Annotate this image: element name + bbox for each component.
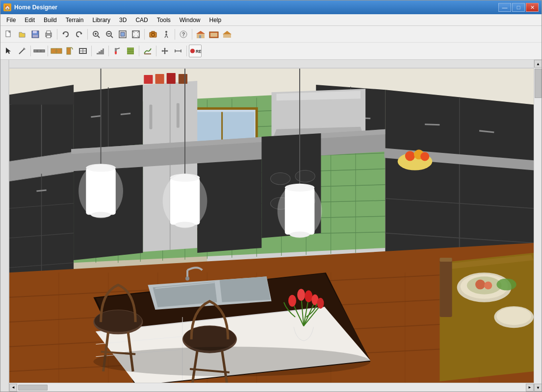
menu-library[interactable]: Library bbox=[88, 16, 114, 24]
svg-line-15 bbox=[111, 36, 113, 38]
toolbar-1: ? bbox=[0, 26, 542, 43]
svg-rect-37 bbox=[223, 34, 231, 38]
house-view-button[interactable] bbox=[194, 28, 207, 41]
svg-point-203 bbox=[163, 174, 207, 228]
separator-1 bbox=[57, 29, 57, 40]
menu-help[interactable]: Help bbox=[205, 16, 225, 24]
help-button[interactable]: ? bbox=[177, 28, 190, 41]
left-ruler bbox=[0, 60, 9, 392]
separator-11 bbox=[156, 46, 156, 56]
svg-rect-48 bbox=[67, 48, 71, 54]
zoom-fit-button[interactable] bbox=[129, 28, 142, 41]
draw-tool[interactable] bbox=[16, 45, 28, 57]
print-button[interactable] bbox=[42, 28, 55, 41]
window-title: Home Designer bbox=[14, 4, 495, 11]
texture-tool[interactable] bbox=[124, 45, 137, 57]
scroll-thumb[interactable] bbox=[18, 385, 48, 391]
vertical-scroll-track[interactable] bbox=[534, 68, 542, 384]
undo-button[interactable] bbox=[59, 28, 72, 41]
scroll-down-button[interactable]: ▼ bbox=[534, 384, 542, 392]
horizontal-scrollbar[interactable]: ◄ ► bbox=[9, 383, 534, 392]
cabinet-tool[interactable] bbox=[50, 45, 63, 57]
svg-rect-25 bbox=[152, 31, 155, 33]
record-button[interactable]: REC bbox=[189, 45, 202, 57]
svg-point-66 bbox=[190, 49, 195, 53]
separator-4 bbox=[175, 29, 175, 40]
vertical-scroll-thumb[interactable] bbox=[535, 69, 542, 98]
vertical-scrollbar[interactable]: ▲ ▼ bbox=[534, 60, 542, 392]
toolbar-area: ? bbox=[0, 26, 542, 60]
maximize-button[interactable]: □ bbox=[512, 3, 525, 12]
scroll-up-button[interactable]: ▲ bbox=[534, 60, 542, 68]
svg-marker-61 bbox=[144, 53, 151, 54]
svg-marker-31 bbox=[196, 31, 205, 34]
svg-point-151 bbox=[295, 171, 315, 182]
scroll-track[interactable] bbox=[17, 383, 526, 392]
svg-rect-241 bbox=[439, 258, 452, 317]
stair-tool[interactable] bbox=[94, 45, 106, 57]
svg-point-230 bbox=[317, 298, 324, 309]
minimize-button[interactable]: — bbox=[498, 3, 511, 12]
close-button[interactable]: ✕ bbox=[526, 3, 539, 12]
viewport[interactable] bbox=[9, 69, 534, 383]
menu-file[interactable]: File bbox=[2, 16, 20, 24]
menu-build[interactable]: Build bbox=[40, 16, 61, 24]
svg-rect-135 bbox=[167, 73, 176, 84]
wall-tool[interactable] bbox=[33, 45, 46, 57]
svg-rect-5 bbox=[47, 31, 51, 33]
svg-point-227 bbox=[297, 289, 305, 301]
svg-point-150 bbox=[270, 173, 290, 185]
menu-cad[interactable]: CAD bbox=[131, 16, 152, 24]
svg-point-228 bbox=[305, 291, 312, 302]
svg-rect-52 bbox=[97, 53, 99, 54]
walk-button[interactable] bbox=[160, 28, 173, 41]
svg-text:?: ? bbox=[182, 32, 185, 37]
svg-rect-6 bbox=[47, 35, 51, 38]
svg-line-144 bbox=[36, 190, 46, 191]
save-button[interactable] bbox=[29, 28, 42, 41]
new-button[interactable] bbox=[2, 28, 15, 41]
open-button[interactable] bbox=[16, 28, 28, 41]
svg-rect-133 bbox=[144, 75, 153, 84]
move-tool[interactable] bbox=[158, 45, 171, 57]
menu-edit[interactable]: Edit bbox=[21, 16, 39, 24]
camera-button[interactable] bbox=[147, 28, 159, 41]
paint-tool[interactable] bbox=[111, 45, 124, 57]
floorplan-button[interactable] bbox=[207, 28, 220, 41]
zoom-full-button[interactable] bbox=[116, 28, 129, 41]
separator-10 bbox=[139, 46, 139, 56]
scroll-right-button[interactable]: ► bbox=[526, 384, 534, 392]
svg-point-240 bbox=[496, 278, 516, 290]
elevation-button[interactable] bbox=[221, 28, 233, 41]
redo-button[interactable] bbox=[73, 28, 85, 41]
top-ruler bbox=[9, 60, 534, 69]
zoom-out-button[interactable] bbox=[103, 28, 116, 41]
menu-terrain[interactable]: Terrain bbox=[62, 16, 88, 24]
svg-point-243 bbox=[93, 347, 370, 377]
svg-rect-33 bbox=[199, 35, 201, 38]
zoom-in-button[interactable] bbox=[90, 28, 103, 41]
terrain-tool[interactable] bbox=[141, 45, 154, 57]
svg-rect-68 bbox=[0, 60, 9, 392]
svg-point-197 bbox=[78, 164, 123, 218]
menu-tools[interactable]: Tools bbox=[153, 16, 175, 24]
svg-rect-136 bbox=[179, 74, 187, 84]
svg-text:REC: REC bbox=[196, 49, 201, 54]
menu-window[interactable]: Window bbox=[176, 16, 205, 24]
scroll-left-button[interactable]: ◄ bbox=[9, 384, 17, 392]
door-tool[interactable] bbox=[63, 45, 76, 57]
svg-line-114 bbox=[91, 116, 101, 117]
main-area: ◄ ► ▲ ▼ bbox=[0, 60, 542, 392]
separator-9 bbox=[108, 46, 109, 56]
svg-point-239 bbox=[496, 307, 531, 325]
svg-rect-58 bbox=[127, 48, 134, 54]
menu-3d[interactable]: 3D bbox=[115, 16, 130, 24]
separator-7 bbox=[48, 46, 48, 56]
select-tool[interactable] bbox=[2, 45, 15, 57]
separator-2 bbox=[87, 29, 88, 40]
dimension-tool[interactable] bbox=[172, 45, 184, 57]
svg-rect-17 bbox=[121, 32, 125, 36]
window-tool[interactable] bbox=[77, 45, 89, 57]
svg-rect-53 bbox=[99, 51, 101, 54]
separator-8 bbox=[91, 46, 92, 56]
